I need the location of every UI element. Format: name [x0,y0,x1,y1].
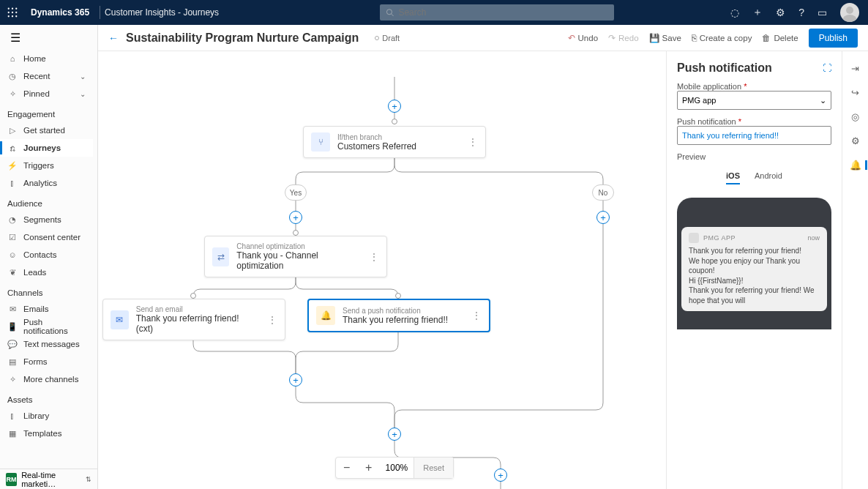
zoom-controls: − + 100% Reset [335,457,454,479]
sidebar-item-library[interactable]: ⫿Library [0,407,93,425]
add-step-button[interactable]: + [388,100,401,113]
flow-node-branch[interactable]: ⑂ If/then branchCustomers Referred ⋮ [303,126,486,158]
area-switcher[interactable]: RM Real-time marketi… ⇅ [0,469,97,489]
chat-icon[interactable]: ▭ [818,7,827,18]
right-rail: ⇥ ↪ ◎ ⚙ 🔔 [842,51,868,489]
plus-icon[interactable]: ＋ [752,6,763,19]
sidebar-item-get-started[interactable]: ▷Get started [0,122,93,139]
copy-icon: ⎘ [692,34,697,42]
flow-connector-dot [190,293,196,299]
publish-button[interactable]: Publish [809,29,858,48]
notif-time: now [807,234,820,242]
redo-icon: ↷ [608,33,616,43]
delete-button[interactable]: 🗑Delete [762,34,798,42]
journey-canvas[interactable]: + ⑂ If/then branchCustomers Referred ⋮ Y… [98,51,666,489]
properties-panel: Push notification ⛶ Mobile application *… [666,51,842,489]
sidebar-toggle[interactable]: ☰ [0,25,97,50]
notif-app-icon [689,233,699,243]
gear-icon[interactable]: ⚙ [776,7,785,18]
sidebar-item-more-channels[interactable]: ✧More channels [0,370,93,388]
help-icon[interactable]: ? [798,7,804,18]
rail-expand-icon[interactable]: ⇥ [851,63,859,74]
add-step-button[interactable]: + [596,211,610,224]
trigger-icon: ⚡ [7,161,18,171]
save-icon: 💾 [649,33,659,43]
expand-icon[interactable]: ⛶ [823,63,831,73]
back-button[interactable]: ← [108,32,119,44]
rail-bell-icon[interactable]: 🔔 [850,160,861,171]
notification-card: PMG APP now Thank you for referring your… [681,227,827,311]
tab-ios[interactable]: iOS [726,171,740,184]
play-icon: ▷ [7,126,18,135]
node-more-icon[interactable]: ⋮ [260,314,277,326]
sidebar-item-contacts[interactable]: ☺Contacts [0,246,93,264]
flm-connector-dot [392,119,397,124]
svg-point-12 [842,15,857,22]
notif-app-name: PMG APP [703,234,736,242]
updown-icon: ⇅ [86,476,91,483]
flow-node-optimization[interactable]: ⇄ Channel optimizationThank you - Channe… [204,236,387,277]
sidebar-item-segments[interactable]: ◔Segments [0,211,93,228]
app-select[interactable]: PMG app⌄ [677,91,831,110]
delete-icon: 🗑 [762,34,771,42]
copy-button[interactable]: ⎘Create a copy [692,34,752,42]
svg-point-7 [12,15,13,17]
node-more-icon[interactable]: ⋮ [464,310,482,321]
zoom-out-button[interactable]: − [336,461,358,474]
svg-point-5 [15,12,17,13]
rail-gear-icon[interactable]: ⚙ [851,135,860,146]
undo-icon: ↶ [568,33,575,43]
panel-title: Push notification [677,61,772,75]
chevron-down-icon: ⌄ [80,90,86,98]
sidebar-item-triggers[interactable]: ⚡Triggers [0,157,93,174]
sidebar-item-pinned[interactable]: ✧Pinned⌄ [0,85,93,102]
node-more-icon[interactable]: ⋮ [460,136,478,148]
push-icon: 🔔 [316,306,335,325]
sidebar-item-recent[interactable]: ◷Recent⌄ [0,67,93,85]
sidebar-item-forms[interactable]: ▤Forms [0,353,93,370]
save-button[interactable]: 💾Save [649,33,681,43]
sidebar-item-push[interactable]: 📱Push notifications [0,318,93,335]
sidebar-item-emails[interactable]: ✉Emails [0,300,93,318]
add-step-button[interactable]: + [388,428,401,441]
decision-no[interactable]: No [592,184,614,201]
sidebar-item-journeys[interactable]: ⎌Journeys [0,139,93,157]
svg-point-8 [15,15,17,17]
add-step-button[interactable]: + [289,373,302,387]
decision-yes[interactable]: Yes [285,184,307,201]
svg-point-2 [15,8,17,10]
avatar[interactable] [840,3,859,22]
zoom-in-button[interactable]: + [358,461,380,474]
nav-header-assets: Assets [0,388,93,407]
content: ← Sustainability Program Nurture Campaig… [98,25,868,489]
sidebar-item-templates[interactable]: ▦Templates [0,425,93,442]
brand-separator [100,6,100,19]
search-input[interactable] [398,7,608,18]
status-dot-icon [375,36,379,40]
sidebar-item-consent[interactable]: ☑Consent center [0,228,93,246]
add-step-button[interactable]: + [289,211,302,224]
notif-body: Thank you for referring your friend! We … [689,246,820,305]
flow-node-email[interactable]: ✉ Send an emailThank you referring frien… [102,299,285,340]
lightbulb-icon[interactable]: ◌ [730,7,739,18]
flow-node-push[interactable]: 🔔 Send a push notificationThank you refe… [307,299,490,332]
analytics-icon: ⫿ [7,179,18,187]
sidebar-item-analytics[interactable]: ⫿Analytics [0,174,93,192]
sidebar-item-home[interactable]: ⌂Home [0,50,93,67]
sidebar-item-leads[interactable]: ❦Leads [0,264,93,281]
rail-exit-icon[interactable]: ↪ [851,87,859,98]
tab-android[interactable]: Android [755,171,782,184]
sidebar-item-text[interactable]: 💬Text messages [0,335,93,353]
rail-target-icon[interactable]: ◎ [851,111,859,122]
app-launcher[interactable] [0,7,25,18]
pin-icon: ✧ [7,89,18,99]
node-more-icon[interactable]: ⋮ [362,251,379,263]
search-box[interactable] [380,4,614,20]
redo-button[interactable]: ↷Redo [608,33,639,43]
push-input[interactable]: Thank you referring friend!! [677,126,831,145]
add-step-button[interactable]: + [494,469,507,482]
command-bar: ← Sustainability Program Nurture Campaig… [98,25,868,51]
undo-button[interactable]: ↶Undo [568,33,599,43]
zoom-reset-button[interactable]: Reset [414,458,453,478]
svg-point-9 [387,10,392,15]
